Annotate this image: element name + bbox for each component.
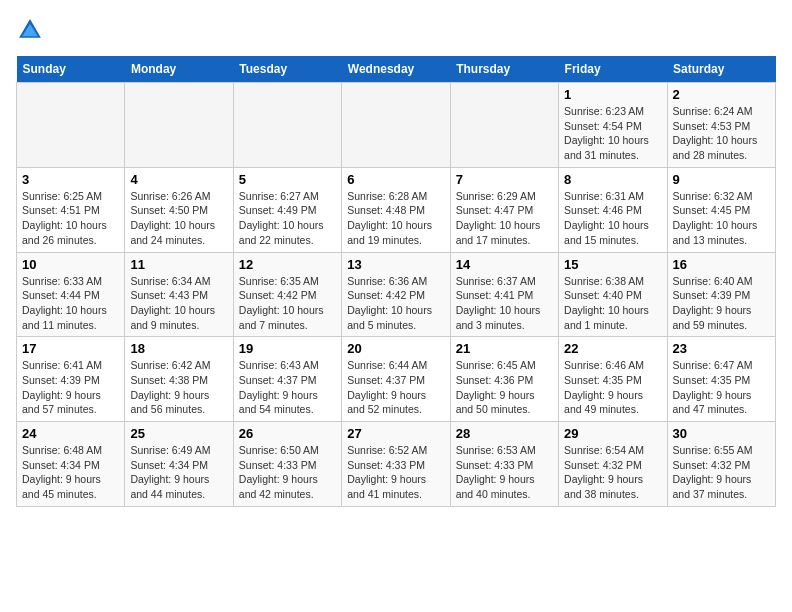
day-number: 21: [456, 341, 553, 356]
day-info: Sunrise: 6:37 AM Sunset: 4:41 PM Dayligh…: [456, 274, 553, 333]
day-number: 16: [673, 257, 770, 272]
day-info: Sunrise: 6:27 AM Sunset: 4:49 PM Dayligh…: [239, 189, 336, 248]
calendar-cell: 5Sunrise: 6:27 AM Sunset: 4:49 PM Daylig…: [233, 167, 341, 252]
calendar-cell: 8Sunrise: 6:31 AM Sunset: 4:46 PM Daylig…: [559, 167, 667, 252]
day-info: Sunrise: 6:44 AM Sunset: 4:37 PM Dayligh…: [347, 358, 444, 417]
day-info: Sunrise: 6:42 AM Sunset: 4:38 PM Dayligh…: [130, 358, 227, 417]
day-info: Sunrise: 6:36 AM Sunset: 4:42 PM Dayligh…: [347, 274, 444, 333]
calendar-cell: 9Sunrise: 6:32 AM Sunset: 4:45 PM Daylig…: [667, 167, 775, 252]
day-number: 15: [564, 257, 661, 272]
day-number: 7: [456, 172, 553, 187]
calendar-cell: 30Sunrise: 6:55 AM Sunset: 4:32 PM Dayli…: [667, 422, 775, 507]
day-info: Sunrise: 6:25 AM Sunset: 4:51 PM Dayligh…: [22, 189, 119, 248]
header-cell-saturday: Saturday: [667, 56, 775, 83]
day-number: 22: [564, 341, 661, 356]
calendar-cell: [233, 83, 341, 168]
calendar-week-row: 10Sunrise: 6:33 AM Sunset: 4:44 PM Dayli…: [17, 252, 776, 337]
calendar-cell: 15Sunrise: 6:38 AM Sunset: 4:40 PM Dayli…: [559, 252, 667, 337]
calendar-cell: 2Sunrise: 6:24 AM Sunset: 4:53 PM Daylig…: [667, 83, 775, 168]
day-info: Sunrise: 6:40 AM Sunset: 4:39 PM Dayligh…: [673, 274, 770, 333]
day-info: Sunrise: 6:35 AM Sunset: 4:42 PM Dayligh…: [239, 274, 336, 333]
day-info: Sunrise: 6:33 AM Sunset: 4:44 PM Dayligh…: [22, 274, 119, 333]
calendar-cell: 1Sunrise: 6:23 AM Sunset: 4:54 PM Daylig…: [559, 83, 667, 168]
calendar-table: SundayMondayTuesdayWednesdayThursdayFrid…: [16, 56, 776, 507]
day-info: Sunrise: 6:32 AM Sunset: 4:45 PM Dayligh…: [673, 189, 770, 248]
calendar-cell: 26Sunrise: 6:50 AM Sunset: 4:33 PM Dayli…: [233, 422, 341, 507]
day-number: 30: [673, 426, 770, 441]
day-info: Sunrise: 6:23 AM Sunset: 4:54 PM Dayligh…: [564, 104, 661, 163]
header-cell-thursday: Thursday: [450, 56, 558, 83]
day-info: Sunrise: 6:46 AM Sunset: 4:35 PM Dayligh…: [564, 358, 661, 417]
header-cell-friday: Friday: [559, 56, 667, 83]
day-info: Sunrise: 6:41 AM Sunset: 4:39 PM Dayligh…: [22, 358, 119, 417]
calendar-cell: 18Sunrise: 6:42 AM Sunset: 4:38 PM Dayli…: [125, 337, 233, 422]
day-number: 29: [564, 426, 661, 441]
day-info: Sunrise: 6:38 AM Sunset: 4:40 PM Dayligh…: [564, 274, 661, 333]
calendar-cell: 11Sunrise: 6:34 AM Sunset: 4:43 PM Dayli…: [125, 252, 233, 337]
day-number: 9: [673, 172, 770, 187]
day-number: 20: [347, 341, 444, 356]
header: [16, 16, 776, 44]
day-info: Sunrise: 6:48 AM Sunset: 4:34 PM Dayligh…: [22, 443, 119, 502]
calendar-cell: 20Sunrise: 6:44 AM Sunset: 4:37 PM Dayli…: [342, 337, 450, 422]
day-info: Sunrise: 6:52 AM Sunset: 4:33 PM Dayligh…: [347, 443, 444, 502]
calendar-week-row: 17Sunrise: 6:41 AM Sunset: 4:39 PM Dayli…: [17, 337, 776, 422]
day-number: 12: [239, 257, 336, 272]
day-number: 8: [564, 172, 661, 187]
day-info: Sunrise: 6:50 AM Sunset: 4:33 PM Dayligh…: [239, 443, 336, 502]
calendar-cell: 7Sunrise: 6:29 AM Sunset: 4:47 PM Daylig…: [450, 167, 558, 252]
day-info: Sunrise: 6:43 AM Sunset: 4:37 PM Dayligh…: [239, 358, 336, 417]
header-cell-wednesday: Wednesday: [342, 56, 450, 83]
day-info: Sunrise: 6:47 AM Sunset: 4:35 PM Dayligh…: [673, 358, 770, 417]
day-number: 1: [564, 87, 661, 102]
day-info: Sunrise: 6:45 AM Sunset: 4:36 PM Dayligh…: [456, 358, 553, 417]
day-number: 27: [347, 426, 444, 441]
calendar-cell: [17, 83, 125, 168]
day-info: Sunrise: 6:49 AM Sunset: 4:34 PM Dayligh…: [130, 443, 227, 502]
day-number: 2: [673, 87, 770, 102]
day-info: Sunrise: 6:31 AM Sunset: 4:46 PM Dayligh…: [564, 189, 661, 248]
day-info: Sunrise: 6:53 AM Sunset: 4:33 PM Dayligh…: [456, 443, 553, 502]
calendar-cell: 4Sunrise: 6:26 AM Sunset: 4:50 PM Daylig…: [125, 167, 233, 252]
day-number: 26: [239, 426, 336, 441]
day-info: Sunrise: 6:28 AM Sunset: 4:48 PM Dayligh…: [347, 189, 444, 248]
day-info: Sunrise: 6:34 AM Sunset: 4:43 PM Dayligh…: [130, 274, 227, 333]
day-info: Sunrise: 6:29 AM Sunset: 4:47 PM Dayligh…: [456, 189, 553, 248]
calendar-cell: 25Sunrise: 6:49 AM Sunset: 4:34 PM Dayli…: [125, 422, 233, 507]
calendar-cell: 13Sunrise: 6:36 AM Sunset: 4:42 PM Dayli…: [342, 252, 450, 337]
logo-icon: [16, 16, 44, 44]
day-info: Sunrise: 6:26 AM Sunset: 4:50 PM Dayligh…: [130, 189, 227, 248]
calendar-cell: 12Sunrise: 6:35 AM Sunset: 4:42 PM Dayli…: [233, 252, 341, 337]
calendar-cell: 17Sunrise: 6:41 AM Sunset: 4:39 PM Dayli…: [17, 337, 125, 422]
calendar-cell: [125, 83, 233, 168]
calendar-cell: [450, 83, 558, 168]
day-number: 10: [22, 257, 119, 272]
header-cell-monday: Monday: [125, 56, 233, 83]
day-number: 5: [239, 172, 336, 187]
day-info: Sunrise: 6:54 AM Sunset: 4:32 PM Dayligh…: [564, 443, 661, 502]
day-number: 24: [22, 426, 119, 441]
calendar-cell: 24Sunrise: 6:48 AM Sunset: 4:34 PM Dayli…: [17, 422, 125, 507]
calendar-cell: 14Sunrise: 6:37 AM Sunset: 4:41 PM Dayli…: [450, 252, 558, 337]
calendar-cell: 6Sunrise: 6:28 AM Sunset: 4:48 PM Daylig…: [342, 167, 450, 252]
day-info: Sunrise: 6:55 AM Sunset: 4:32 PM Dayligh…: [673, 443, 770, 502]
calendar-cell: 10Sunrise: 6:33 AM Sunset: 4:44 PM Dayli…: [17, 252, 125, 337]
calendar-cell: 29Sunrise: 6:54 AM Sunset: 4:32 PM Dayli…: [559, 422, 667, 507]
header-cell-sunday: Sunday: [17, 56, 125, 83]
calendar-cell: 21Sunrise: 6:45 AM Sunset: 4:36 PM Dayli…: [450, 337, 558, 422]
calendar-header-row: SundayMondayTuesdayWednesdayThursdayFrid…: [17, 56, 776, 83]
calendar-cell: 27Sunrise: 6:52 AM Sunset: 4:33 PM Dayli…: [342, 422, 450, 507]
calendar-cell: 19Sunrise: 6:43 AM Sunset: 4:37 PM Dayli…: [233, 337, 341, 422]
calendar-cell: 23Sunrise: 6:47 AM Sunset: 4:35 PM Dayli…: [667, 337, 775, 422]
calendar-cell: 3Sunrise: 6:25 AM Sunset: 4:51 PM Daylig…: [17, 167, 125, 252]
calendar-cell: 22Sunrise: 6:46 AM Sunset: 4:35 PM Dayli…: [559, 337, 667, 422]
day-number: 17: [22, 341, 119, 356]
day-number: 14: [456, 257, 553, 272]
day-number: 18: [130, 341, 227, 356]
day-number: 25: [130, 426, 227, 441]
calendar-cell: 28Sunrise: 6:53 AM Sunset: 4:33 PM Dayli…: [450, 422, 558, 507]
calendar-week-row: 24Sunrise: 6:48 AM Sunset: 4:34 PM Dayli…: [17, 422, 776, 507]
calendar-week-row: 1Sunrise: 6:23 AM Sunset: 4:54 PM Daylig…: [17, 83, 776, 168]
day-number: 13: [347, 257, 444, 272]
day-number: 19: [239, 341, 336, 356]
